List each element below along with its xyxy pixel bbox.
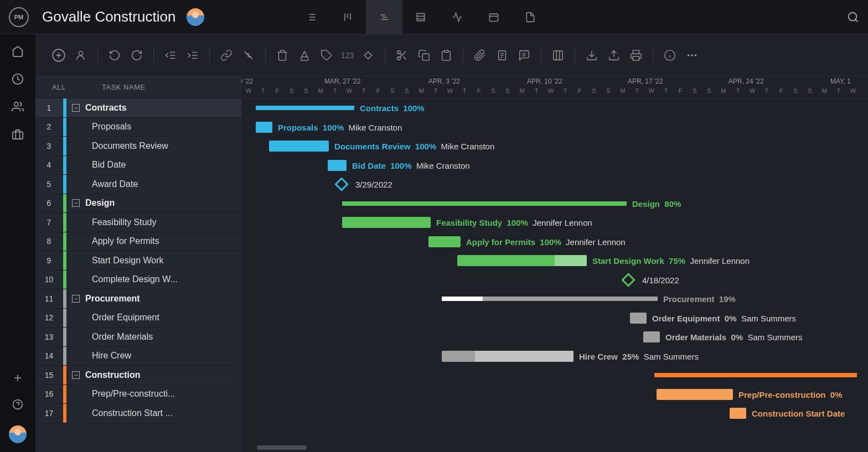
undo-icon[interactable] [105,45,125,65]
plus-icon[interactable] [12,372,23,383]
task-bar[interactable]: Construction Start Date [730,408,746,419]
columns-icon[interactable] [548,45,568,65]
indent-icon[interactable] [183,45,203,65]
task-bar[interactable]: Order Equipment 0% Sam Summers [630,313,647,324]
logo[interactable]: PM [9,7,29,27]
task-bar[interactable]: Prep/Pre-construction 0% [657,389,733,400]
task-bar[interactable]: Proposals 100% Mike Cranston [256,122,272,133]
help-icon[interactable] [12,399,23,410]
day-label: T [659,87,673,98]
svg-rect-46 [445,50,448,52]
task-row[interactable]: 9 Start Design Work [35,251,241,271]
task-row[interactable]: 15 − Construction [35,366,241,385]
task-bar[interactable]: Order Materials 0% Sam Summers [643,331,660,342]
view-file-icon[interactable] [512,0,549,34]
summary-bar[interactable]: Contracts 100% [256,106,354,110]
attachment-icon[interactable] [470,45,490,65]
day-label: T [256,87,270,98]
day-label: S [299,87,313,98]
task-row[interactable]: 5 Award Date [35,175,241,194]
collapse-icon[interactable]: − [72,295,80,303]
redo-icon[interactable] [127,45,147,65]
gantt-chart[interactable]: , 20 '22MAR, 27 '22APR, 3 '22APR, 10 '22… [241,76,868,452]
day-label: T [428,87,443,98]
task-bar[interactable]: Feasibility Study 100% Jennifer Lennon [342,217,431,228]
row-number: 15 [35,366,63,385]
people-icon[interactable] [12,101,24,113]
milestone-icon[interactable] [358,45,378,65]
task-row[interactable]: 12 Order Equipment [35,309,241,328]
view-list-icon[interactable] [293,0,329,34]
task-row[interactable]: 4 Bid Date [35,156,241,175]
milestone-marker[interactable] [334,178,348,191]
week-label: APR, 24 '22 [728,77,764,85]
task-row[interactable]: 8 Apply for Permits [35,232,241,252]
gantt-scrollbar[interactable] [252,445,857,450]
svg-point-41 [397,56,401,60]
task-row[interactable]: 14 Hire Crew [35,347,241,366]
task-row[interactable]: 2 Proposals [35,118,241,137]
task-row[interactable]: 16 Prep/Pre-constructi... [35,385,241,404]
task-row[interactable]: 7 Feasibility Study [35,213,241,232]
collapse-icon[interactable]: − [72,104,80,112]
briefcase-icon[interactable] [12,128,24,141]
comment-icon[interactable] [514,45,534,65]
milestone-marker[interactable] [621,273,635,287]
task-bar[interactable]: Start Design Work 75% Jennifer Lennon [457,255,587,266]
user-avatar[interactable] [9,425,27,443]
task-row[interactable]: 1 − Contracts [35,98,241,118]
collapse-icon[interactable]: − [72,371,80,379]
milestone-label: 3/29/2022 [355,180,392,189]
home-icon[interactable] [12,45,24,58]
link-icon[interactable] [216,45,236,65]
trash-icon[interactable] [272,45,292,65]
export-icon[interactable] [604,45,624,65]
summary-bar[interactable] [654,373,857,377]
paste-icon[interactable] [436,45,456,65]
view-gantt-icon[interactable] [366,0,402,34]
task-row[interactable]: 3 Documents Review [35,137,241,156]
view-activity-icon[interactable] [439,0,476,34]
view-sheet-icon[interactable] [402,0,439,34]
outdent-icon[interactable] [161,45,180,65]
notes-icon[interactable] [492,45,512,65]
scroll-thumb[interactable] [257,445,307,450]
unlink-icon[interactable] [239,45,259,65]
week-label: , 20 '22 [241,77,253,85]
copy-icon[interactable] [414,45,434,65]
task-row[interactable]: 6 − Design [35,194,241,214]
task-bar[interactable]: Documents Review 100% Mike Cranston [269,141,329,152]
summary-bar[interactable]: Design 80% [342,201,627,206]
week-label: MAY, 1 [830,77,851,85]
user-icon[interactable] [71,45,91,65]
view-board-icon[interactable] [329,0,366,34]
day-label: M [515,87,529,98]
task-row[interactable]: 11 − Procurement [35,289,241,309]
task-bar[interactable]: Apply for Permits 100% Jennifer Lennon [428,236,461,247]
more-icon[interactable] [682,45,702,65]
search-icon[interactable] [847,11,859,23]
add-icon[interactable] [49,45,69,65]
task-name: Start Design Work [66,256,241,266]
collapse-icon[interactable]: − [72,199,80,207]
header-all[interactable]: ALL [35,83,102,91]
task-row[interactable]: 10 Complete Design W... [35,271,241,290]
info-icon[interactable] [660,45,680,65]
import-icon[interactable] [582,45,602,65]
summary-bar[interactable]: Procurement 19% [442,297,658,301]
text-style-icon[interactable] [294,45,314,65]
task-bar[interactable]: Bid Date 100% Mike Cranston [328,160,347,171]
row-number: 1 [35,98,63,117]
print-icon[interactable] [626,45,646,65]
clock-icon[interactable] [12,73,24,85]
header-task-name[interactable]: TASK NAME [102,83,241,91]
cut-icon[interactable] [392,45,412,65]
task-bar[interactable]: Hire Crew 25% Sam Summers [442,351,574,362]
row-number: 14 [35,347,63,366]
avatar[interactable] [187,8,204,26]
task-row[interactable]: 17 Construction Start ... [35,404,241,423]
tag-icon[interactable] [317,45,337,65]
view-calendar-icon[interactable] [476,0,512,34]
day-label: F [673,87,688,98]
task-row[interactable]: 13 Order Materials [35,328,241,347]
